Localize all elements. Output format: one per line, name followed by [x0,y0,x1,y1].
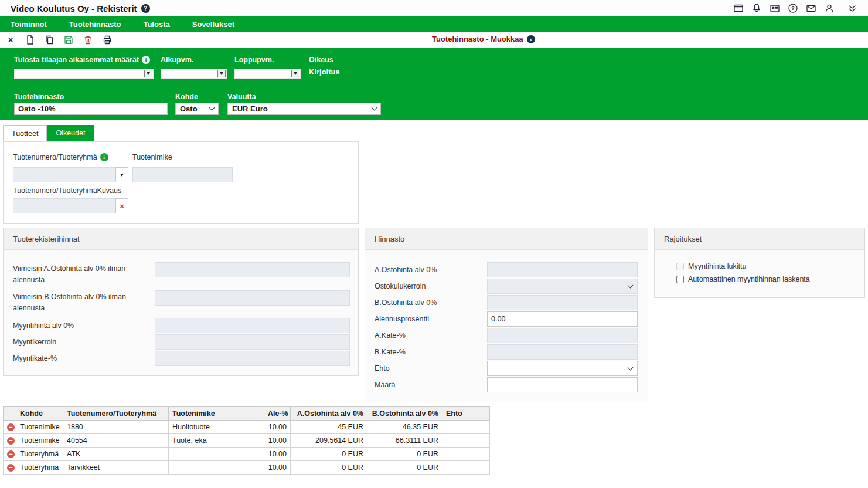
b-ostohinta-label: B.Ostohinta alv 0% [375,299,437,307]
tuotenimike-input[interactable] [132,167,233,182]
maara-input[interactable] [487,377,638,392]
chevron-down-icon [628,282,634,288]
ostokulukerroin-label: Ostokulukerroin [375,282,426,290]
myyntikerroin-input[interactable] [155,334,350,350]
remove-row-icon[interactable]: − [7,450,15,458]
help-icon[interactable]: ? [787,2,799,14]
myyntikerroin-label: Myyntikerroin [13,338,56,346]
app-window: Video Koulutus Oy - Rekisterit ? ? [0,0,868,488]
remove-row-icon[interactable]: − [7,464,15,472]
menu-tulosta[interactable]: Tulosta [143,20,169,29]
page-title-info-icon[interactable]: i [527,35,535,43]
loppupvm-dropdown-icon[interactable] [291,70,299,77]
myyntihinta-lukittu-checkbox[interactable] [676,263,684,270]
cell-a-ostohinta: 209.5614 EUR [291,434,367,448]
tuotenumero-label: Tuotenumero/Tuoteryhmä i [13,153,108,161]
menu-toiminnot[interactable]: Toiminnot [11,20,47,29]
table-row[interactable]: − Tuotenimike 40554 Tuote, eka 10.00 209… [4,434,490,448]
tuotenumero-input[interactable] [13,167,115,182]
mail-icon[interactable] [805,2,817,14]
header-a-ostohinta: A.Ostohinta alv 0% [291,407,367,421]
tulosta-maarat-info-icon[interactable]: i [142,56,150,64]
kuvaus-input[interactable] [13,198,115,214]
header-tuotenumero: Tuotenumero/Tuoteryhmä [63,407,169,421]
remove-row-icon[interactable]: − [7,437,15,445]
tuotenumero-dropdown-icon[interactable] [115,167,128,182]
header-ale: Ale-% [264,407,291,421]
myyntihinta-input[interactable] [155,318,350,333]
remove-row-icon[interactable]: − [7,423,15,431]
kohde-select[interactable]: Osto [175,103,219,115]
alkupvm-combobox[interactable] [161,69,227,79]
save-icon[interactable] [62,33,76,46]
loppupvm-combobox[interactable] [234,69,301,79]
tulosta-maarat-dropdown-icon[interactable] [144,70,152,77]
close-icon[interactable]: × [4,33,18,46]
page-title: Tuotehinnasto - Muokkaa i [432,35,535,43]
chevron-down-icon [628,364,634,370]
cell-tuotenimike: Huoltotuote [169,421,264,434]
cell-ehto [442,434,490,448]
tuotenumero-info-icon[interactable]: i [100,153,108,161]
cell-tuotenumero: Tarvikkeet [63,461,169,475]
tuotenimike-label: Tuotenimike [132,153,172,161]
cell-tuotenumero: ATK [63,448,169,461]
ehto-select[interactable] [487,361,638,376]
cell-ehto [442,461,490,475]
myyntihinta-lukittu-row: Myyntihinta lukittu [676,262,746,270]
automaattinen-laskenta-row: Automaattinen myyntihinnan laskenta [676,275,810,283]
table-row[interactable]: − Tuotenimike 1880 Huoltotuote 10.00 45 … [4,421,490,434]
cell-ale: 10.00 [264,448,291,461]
tuoterekisterihinnat-panel: Tuoterekisterihinnat Viimeisin A.Ostohin… [3,228,359,376]
workspace-icon[interactable] [733,2,744,14]
viimeisin-a-ostohinta-input[interactable] [155,262,350,277]
a-kate-input[interactable] [487,328,638,343]
b-kate-label: B.Kate-% [375,348,406,356]
chevron-down-icon [372,105,377,111]
oikeus-value: Kirjoitus [309,67,340,76]
cell-tuotenimike: Tuote, eka [169,434,264,448]
print-icon[interactable] [100,33,114,46]
ostokulukerroin-select[interactable] [487,279,638,294]
tuoterekisterihinnat-title: Tuoterekisterihinnat [4,228,358,250]
cell-kohde: Tuoteryhmä [16,461,63,475]
viimeisin-b-ostohinta-input[interactable] [155,290,350,306]
clear-icon[interactable]: × [115,198,128,214]
hinnasto-panel: Hinnasto A.Ostohinta alv 0% Ostokulukerr… [365,228,648,402]
b-kate-input[interactable] [487,344,638,360]
rajoitukset-panel: Rajoitukset Myyntihinta lukittu Automaat… [654,228,865,298]
valuutta-select[interactable]: EUR Euro [227,103,381,115]
tulosta-maarat-label: Tulosta tilaajan aikaisemmat määrät i [14,56,150,64]
table-header-row: Kohde Tuotenumero/Tuoteryhmä Tuotenimike… [4,407,490,421]
user-icon[interactable] [823,2,835,14]
tuotehinnasto-label: Tuotehinnasto [14,93,64,101]
menubar: Toiminnot Tuotehinnasto Tulosta Sovelluk… [0,16,868,32]
alkupvm-dropdown-icon[interactable] [217,70,226,77]
tab-oikeudet[interactable]: Oikeudet [47,125,94,141]
tuotehinnasto-input[interactable] [14,103,168,115]
card-icon[interactable] [769,2,781,14]
myyntikate-input[interactable] [155,351,350,366]
menu-sovellukset[interactable]: Sovellukset [192,20,234,29]
collapse-chevron-icon[interactable] [845,2,860,14]
table-row[interactable]: − Tuoteryhmä Tarvikkeet 10.00 0 EUR 0 EU… [4,461,490,475]
header-tuotenimike: Tuotenimike [169,407,264,421]
product-search-panel: Tuotenumero/Tuoteryhmä i Tuotenimike Tuo… [3,141,359,224]
table-row[interactable]: − Tuoteryhmä ATK 10.00 0 EUR 0 EUR [4,448,490,461]
valuutta-label: Valuutta [227,93,256,101]
cell-kohde: Tuoteryhmä [16,448,63,461]
loppupvm-label: Loppupvm. [234,56,274,64]
tab-tuotteet[interactable]: Tuotteet [3,125,47,141]
bell-icon[interactable] [751,2,763,14]
help-badge-icon[interactable]: ? [141,4,150,13]
tulosta-maarat-combobox[interactable] [14,69,154,79]
automaattinen-laskenta-checkbox[interactable] [676,276,684,283]
menu-tuotehinnasto[interactable]: Tuotehinnasto [69,20,121,29]
a-ostohinta-label: A.Ostohinta alv 0% [375,266,437,274]
alennusprosentti-input[interactable] [487,311,638,327]
copy-icon[interactable] [42,33,56,46]
b-ostohinta-input[interactable] [487,295,638,310]
new-document-icon[interactable] [23,33,37,46]
delete-icon[interactable] [81,33,95,46]
a-ostohinta-input[interactable] [487,262,638,277]
